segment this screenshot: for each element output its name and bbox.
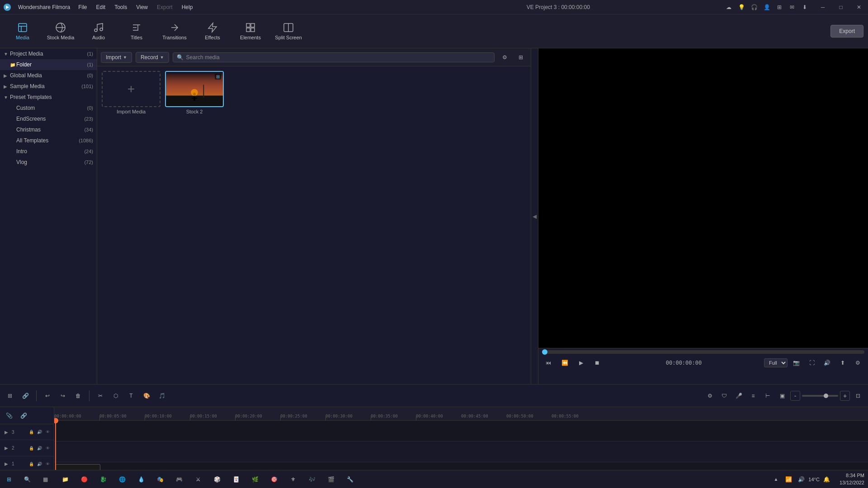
view-toggle-icon[interactable]: ⊞ — [514, 51, 527, 64]
mic-icon[interactable]: 🎤 — [732, 389, 745, 402]
search-input[interactable] — [186, 54, 491, 61]
taskbar-app13[interactable]: 🎬 — [322, 470, 340, 488]
track-eye-icon[interactable]: 👁 — [44, 445, 51, 452]
preview-slider-thumb[interactable] — [542, 349, 547, 355]
taskbar-app8[interactable]: 🃏 — [227, 470, 245, 488]
taskbar-app6[interactable]: ⚔ — [189, 470, 207, 488]
taskbar-clock[interactable]: 8:34 PM 13/12/2022 — [836, 472, 868, 486]
fullscreen-icon[interactable]: ⛶ — [806, 357, 818, 369]
toolbar-effects[interactable]: Effects — [194, 17, 231, 46]
track-lane-3[interactable] — [54, 421, 868, 441]
zoom-in-button[interactable]: + — [840, 391, 850, 401]
track-eye-icon[interactable]: 👁 — [44, 460, 51, 468]
skip-back-button[interactable]: ⏮ — [542, 357, 555, 369]
menu-view[interactable]: View — [132, 0, 152, 14]
sidebar-item-christmas[interactable]: Christmas (34) — [0, 124, 97, 135]
taskbar-search-icon[interactable]: 🔍 — [18, 470, 36, 488]
quality-select[interactable]: Full 1/2 1/4 — [764, 358, 788, 367]
media-item-stock2[interactable]: ⊞ Stock 2 — [165, 71, 224, 114]
menu-help[interactable]: Help — [177, 0, 198, 14]
track-eye-icon[interactable]: 👁 — [44, 428, 51, 436]
cloud-icon[interactable]: ☁ — [723, 2, 734, 13]
settings-icon[interactable]: ⚙ — [703, 389, 716, 402]
toolbar-transitions[interactable]: Transitions — [156, 17, 193, 46]
sidebar-item-vlog[interactable]: Vlog (72) — [0, 157, 97, 168]
taskbar-app11[interactable]: ⚜ — [284, 470, 302, 488]
maximize-button[interactable]: □ — [832, 0, 850, 14]
close-button[interactable]: ✕ — [850, 0, 868, 14]
track-lock-icon[interactable]: 🔒 — [28, 460, 35, 468]
link-icon[interactable]: 🔗 — [19, 389, 32, 402]
taskbar-app2[interactable]: 🐉 — [94, 470, 112, 488]
mail-icon[interactable]: ✉ — [787, 2, 797, 13]
import-media-item[interactable]: + Import Media — [102, 71, 160, 114]
account-icon[interactable]: 👤 — [761, 2, 772, 13]
record-button[interactable]: Record ▼ — [136, 52, 169, 63]
toolbar-elements[interactable]: Elements — [232, 17, 269, 46]
taskbar-app14[interactable]: 🔧 — [341, 470, 359, 488]
track-volume-icon[interactable]: 🔊 — [36, 445, 43, 452]
sidebar-item-sample-media[interactable]: ▶ Sample Media (101) — [0, 81, 97, 92]
export-button[interactable]: Export — [830, 25, 863, 38]
snapshot-icon[interactable]: 📷 — [790, 357, 803, 369]
menu-tools[interactable]: Tools — [110, 0, 132, 14]
import-button[interactable]: Import ▼ — [101, 52, 132, 63]
layout-icon[interactable]: ⊞ — [774, 2, 785, 13]
audio-tool-icon[interactable]: 🎵 — [156, 389, 168, 402]
sidebar-item-folder[interactable]: 📁 Folder (1) — [0, 59, 97, 70]
stop-button[interactable]: ⏹ — [591, 357, 604, 369]
taskbar-app1[interactable]: 🔴 — [75, 470, 93, 488]
taskbar-app9[interactable]: 🌿 — [246, 470, 264, 488]
import-media-box[interactable]: + — [102, 71, 160, 107]
zoom-out-button[interactable]: - — [790, 391, 800, 401]
taskbar-app10[interactable]: 🎯 — [265, 470, 283, 488]
toolbar-audio[interactable]: Audio — [80, 17, 117, 46]
color-tool-icon[interactable]: 🎨 — [140, 389, 153, 402]
sidebar-item-custom[interactable]: Custom (0) — [0, 103, 97, 113]
redo-button[interactable]: ↪ — [57, 389, 69, 402]
track-lock-icon[interactable]: 🔒 — [28, 445, 35, 452]
preview-timeline-slider[interactable] — [542, 350, 864, 354]
frame-back-button[interactable]: ⏪ — [558, 357, 571, 369]
add-media-icon[interactable]: 📎 — [3, 409, 15, 422]
network-icon[interactable]: 📶 — [783, 474, 794, 485]
track-volume-icon[interactable]: 🔊 — [36, 460, 43, 468]
zoom-slider[interactable] — [802, 395, 838, 397]
taskbar-widgets-icon[interactable]: ▦ — [36, 470, 54, 488]
minimize-button[interactable]: ─ — [814, 0, 832, 14]
undo-button[interactable]: ↩ — [41, 389, 54, 402]
start-button[interactable]: ⊞ — [0, 470, 18, 488]
sidebar-item-endscreens[interactable]: EndScreens (23) — [0, 113, 97, 124]
filter-icon[interactable]: ⚙ — [498, 51, 511, 64]
delete-button[interactable]: 🗑 — [72, 389, 85, 402]
download-icon[interactable]: ⬇ — [799, 2, 810, 13]
headset-icon[interactable]: 🎧 — [749, 2, 760, 13]
track-volume-icon[interactable]: 🔊 — [36, 428, 43, 436]
settings-icon[interactable]: ⚙ — [852, 357, 864, 369]
menu-edit[interactable]: Edit — [92, 0, 110, 14]
link-track-icon[interactable]: 🔗 — [17, 409, 30, 422]
cut-icon[interactable]: ✂ — [94, 389, 107, 402]
taskbar-app5[interactable]: 🎮 — [170, 470, 188, 488]
taskbar-app12[interactable]: 🎶 — [303, 470, 321, 488]
sidebar-item-project-media[interactable]: ▼ Project Media (1) — [0, 48, 97, 59]
menu-file[interactable]: File — [74, 0, 91, 14]
sliders-icon[interactable]: ≡ — [747, 389, 760, 402]
speaker-icon[interactable]: 🔊 — [796, 474, 807, 485]
volume-icon[interactable]: 🔊 — [821, 357, 834, 369]
toolbar-split-screen[interactable]: Split Screen — [270, 17, 307, 46]
play-button[interactable]: ▶ — [575, 357, 587, 369]
taskbar-app3[interactable]: 💧 — [132, 470, 150, 488]
add-track-icon[interactable]: ⊞ — [4, 389, 16, 402]
toolbar-titles[interactable]: Titles — [118, 17, 155, 46]
taskbar-chrome[interactable]: 🌐 — [113, 470, 131, 488]
sidebar-item-intro[interactable]: Intro (24) — [0, 146, 97, 157]
menu-export[interactable]: Export — [152, 0, 177, 14]
sidebar-item-preset-templates[interactable]: ▼ Preset Templates — [0, 92, 97, 103]
caption-icon[interactable]: ▣ — [776, 389, 788, 402]
taskbar-app7[interactable]: 🎲 — [208, 470, 226, 488]
sidebar-item-global-media[interactable]: ▶ Global Media (0) — [0, 70, 97, 81]
toolbar-stock-media[interactable]: Stock Media — [42, 17, 79, 46]
bulb-icon[interactable]: 💡 — [736, 2, 747, 13]
text-tool-icon[interactable]: T — [125, 389, 137, 402]
